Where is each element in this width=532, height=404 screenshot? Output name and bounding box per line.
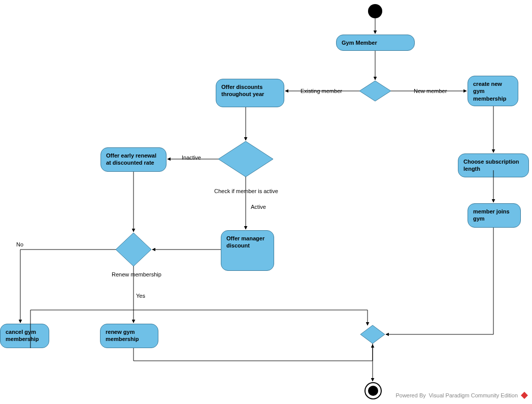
decision-member-type [359,81,391,101]
activity-manager-discount: Offer manager discount [221,230,274,271]
diagram-edges [0,0,532,404]
vp-logo-icon [521,392,528,399]
activity-early-renewal: Offer early renewal at discounted rate [101,147,167,172]
watermark-product: Visual Paradigm Community Edition [429,392,518,398]
activity-label: Offer early renewal at discounted rate [106,152,156,166]
activity-cancel-membership: cancel gym membership [0,324,49,348]
activity-label: Gym Member [342,40,377,46]
activity-member-joins: member joins gym [468,203,521,228]
activity-gym-member: Gym Member [336,35,415,51]
activity-choose-subscription: Choose subscription length [458,153,529,177]
edge-label-new: New member [414,88,447,94]
edge-label-existing: Existing member [301,88,342,94]
merge-node [360,325,385,344]
watermark: Powered By Visual Paradigm Community Edi… [395,392,528,399]
watermark-prefix: Powered By [395,392,425,398]
activity-label: cancel gym membership [6,329,39,342]
edge-label-active: Active [251,204,266,210]
activity-label: Choose subscription length [463,159,519,172]
activity-renew-membership: renew gym membership [100,324,158,348]
decision-renew [116,233,151,266]
final-node-inner [368,386,378,396]
activity-label: member joins gym [473,208,510,222]
final-node [364,382,382,399]
decision-label-renew: Renew membership [112,271,161,277]
initial-node [368,4,382,18]
activity-create-membership: create new gym membership [468,76,518,106]
activity-offer-discounts: Offer discounts throughout year [216,79,284,107]
activity-label: renew gym membership [106,329,139,342]
decision-label-check-active: Check if member is active [214,188,278,194]
edge-label-no: No [16,241,23,247]
activity-label: Offer discounts throughout year [221,84,264,97]
decision-check-active [218,141,273,177]
activity-label: create new gym membership [473,81,506,102]
edge-label-yes: Yes [136,293,145,299]
svg-rect-0 [521,392,528,399]
edge-label-inactive: Inactive [182,154,201,161]
activity-label: Offer manager discount [226,235,264,248]
